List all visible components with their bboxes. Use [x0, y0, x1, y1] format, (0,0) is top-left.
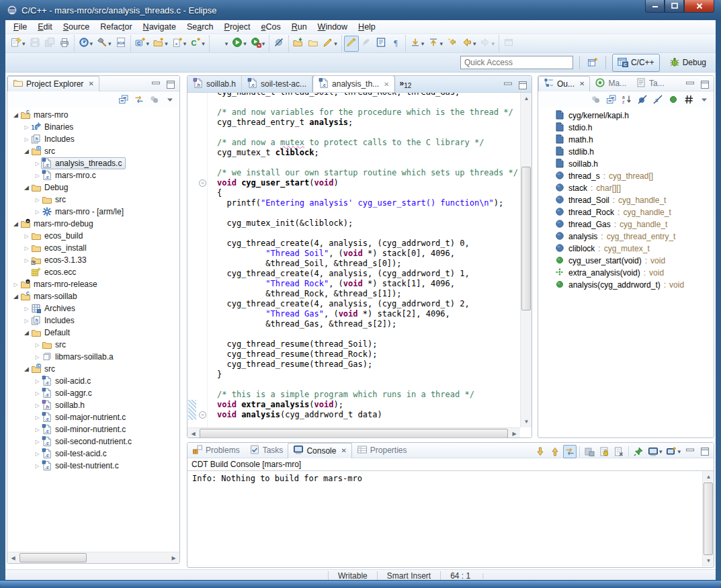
- dropdown-arrow-icon[interactable]: ▾: [243, 40, 247, 47]
- tree-expanded-icon[interactable]: ◢: [11, 112, 20, 118]
- maximize-view-icon[interactable]: [698, 445, 712, 458]
- menu-source[interactable]: Source: [58, 21, 95, 33]
- tree-item-src[interactable]: ◢Csrc: [7, 363, 179, 375]
- console-vscrollbar[interactable]: ▲ ▼: [702, 471, 714, 566]
- close-button[interactable]: [684, 0, 714, 13]
- build-button[interactable]: ▾: [95, 36, 114, 52]
- tree-item-libmars-soillab.a[interactable]: ▷libmars-soillab.a: [7, 351, 179, 363]
- dropdown-arrow-icon[interactable]: ▾: [165, 40, 168, 47]
- mark-occurrences-button[interactable]: [344, 36, 359, 52]
- console-link-button[interactable]: [563, 445, 577, 458]
- dropdown-arrow-icon[interactable]: ▾: [202, 40, 205, 47]
- menu-search[interactable]: Search: [181, 21, 219, 33]
- last-edit-location-button[interactable]: [445, 36, 460, 52]
- tree-collapsed-icon[interactable]: ▷: [33, 173, 42, 179]
- outline-item-cyg-kernel-kapi-h[interactable]: cyg/kernel/kapi.h: [538, 110, 714, 122]
- ecos-configtool-button[interactable]: ▾: [77, 36, 95, 52]
- menu-navigate[interactable]: Navigate: [138, 21, 181, 33]
- tree-item-mars-mro[interactable]: ◢Cmars-mro: [7, 109, 179, 121]
- console-open-button[interactable]: ▾: [665, 445, 682, 458]
- view-tab-console[interactable]: Console✕: [288, 443, 351, 458]
- save-all-button[interactable]: [42, 36, 57, 52]
- tree-collapsed-icon[interactable]: ▷: [33, 439, 42, 445]
- outline-item-thread-Gas[interactable]: thread_Gas:cyg_handle_t: [538, 218, 714, 230]
- console-pin-button[interactable]: [632, 445, 645, 458]
- tree-collapsed-icon[interactable]: ▷: [22, 306, 31, 312]
- tree-expanded-icon[interactable]: ◢: [22, 184, 31, 191]
- tree-item-soil-test-nutrient.c[interactable]: ▷.csoil-test-nutrient.c: [7, 460, 179, 472]
- console-previous-button[interactable]: [548, 445, 562, 458]
- dropdown-arrow-icon[interactable]: ▾: [183, 40, 187, 47]
- outline-item-thread-Soil[interactable]: thread_Soil:cyg_handle_t: [538, 194, 714, 206]
- tree-item-mars-mro-arm-le-[interactable]: ▷mars-mro - [arm/le]: [7, 206, 179, 218]
- close-icon[interactable]: ✕: [384, 81, 389, 88]
- minimize-button[interactable]: [645, 0, 665, 13]
- tree-collapsed-icon[interactable]: ▷: [22, 318, 31, 324]
- new-source-file-button[interactable]: c▾: [170, 36, 189, 52]
- tree-collapsed-icon[interactable]: ▷: [33, 427, 42, 433]
- dropdown-arrow-icon[interactable]: ▾: [421, 40, 425, 47]
- perspective-cc[interactable]: CC/C++: [612, 54, 660, 72]
- dropdown-arrow-icon[interactable]: ▾: [262, 40, 265, 47]
- view-menu-button[interactable]: [697, 93, 711, 106]
- macros-button[interactable]: [682, 93, 695, 106]
- dropdown-arrow-icon[interactable]: ▾: [659, 448, 663, 455]
- outline-item-soillab-h[interactable]: soillab.h: [538, 158, 714, 170]
- outline-item-thread-Rock[interactable]: thread_Rock:cyg_handle_t: [538, 206, 714, 218]
- tree-item-ecos.ecc[interactable]: ecos.ecc: [7, 266, 179, 278]
- console-save-button[interactable]: [583, 445, 596, 458]
- minimize-view-icon[interactable]: [149, 78, 163, 91]
- editor-tab-soillab-h[interactable]: .hsoillab.h: [187, 76, 242, 92]
- open-perspective-button[interactable]: [586, 56, 599, 69]
- tree-item-Archives[interactable]: ▷Archives: [7, 302, 179, 314]
- forward-button[interactable]: ▾: [478, 36, 497, 52]
- previous-annotation-button[interactable]: ▾: [426, 36, 445, 52]
- menu-file[interactable]: File: [8, 21, 32, 33]
- hide-fields-button[interactable]: [636, 93, 649, 106]
- editor-vscrollbar[interactable]: ▲ ▼: [520, 93, 532, 427]
- tree-item-soil-second-nutrient.c[interactable]: ▷.csoil-second-nutrient.c: [7, 435, 179, 448]
- tree-item-analysis-threads.c[interactable]: ▷.canalysis_threads.c: [7, 157, 179, 169]
- format-button[interactable]: [359, 36, 374, 52]
- dropdown-arrow-icon[interactable]: ▾: [146, 40, 150, 47]
- tree-expanded-icon[interactable]: ◢: [11, 220, 20, 227]
- tree-collapsed-icon[interactable]: ▷: [33, 354, 42, 360]
- skip-all-breakpoints-button[interactable]: [271, 36, 286, 52]
- code-editor[interactable]: −− cyg_handle_t thread_Soil, thread_Rock…: [187, 93, 532, 438]
- dropdown-arrow-icon[interactable]: ▾: [22, 40, 26, 47]
- maximize-view-icon[interactable]: [516, 79, 529, 92]
- view-tab-ou[interactable]: Ou...✕: [538, 76, 590, 91]
- external-tools-button[interactable]: ▾: [249, 36, 267, 52]
- console-scroll-lock-button[interactable]: [597, 445, 611, 458]
- dropdown-arrow-icon[interactable]: ▾: [473, 40, 476, 47]
- save-button[interactable]: [28, 36, 42, 52]
- tree-item-mars-mro-release[interactable]: ▷emars-mro-release: [7, 278, 179, 290]
- console-clear-button[interactable]: [612, 445, 626, 458]
- outline-item-analysis-cyg-addrword-t-[interactable]: analysis(cyg_addrword_t):void: [538, 279, 714, 291]
- tree-item-soil-test-acid.c[interactable]: ▷.csoil-test-acid.c: [7, 448, 179, 460]
- tree-collapsed-icon[interactable]: ▷: [33, 403, 42, 409]
- menu-project[interactable]: Project: [219, 21, 256, 33]
- tree-item-Default[interactable]: ◢Default: [7, 327, 179, 339]
- tree-item-src[interactable]: ▷src: [7, 339, 179, 351]
- tree-collapsed-icon[interactable]: ▷: [22, 233, 31, 239]
- collapse-all-button[interactable]: [117, 93, 130, 106]
- minimize-view-icon[interactable]: [683, 78, 697, 91]
- tree-collapsed-icon[interactable]: ▷: [33, 415, 42, 421]
- outline-item-extra-analysis-void-[interactable]: extra_analysis(void):void: [538, 267, 714, 279]
- tree-item-src[interactable]: ▷src: [7, 194, 179, 206]
- fold-collapse-icon[interactable]: −: [199, 179, 206, 187]
- outline-item-stack[interactable]: stack:char[][]: [538, 182, 714, 194]
- view-tab-ma[interactable]: Ma...: [590, 76, 631, 91]
- tree-collapsed-icon[interactable]: ▷: [22, 245, 31, 251]
- minimize-view-icon[interactable]: [501, 79, 515, 92]
- minimize-view-icon[interactable]: [683, 445, 697, 458]
- tree-item-ecos-install[interactable]: ▷ecos_install: [7, 242, 179, 254]
- outline-item-math-h[interactable]: math.h: [538, 134, 714, 146]
- outline-item-cyg-user-start-void-[interactable]: cyg_user_start(void):void: [538, 255, 714, 267]
- console-next-button[interactable]: [534, 445, 547, 458]
- editor-hscrollbar[interactable]: ◀ ▶: [187, 427, 520, 438]
- show-whitespace-button[interactable]: ¶: [388, 36, 403, 52]
- collapse-all-button[interactable]: [605, 93, 618, 106]
- tree-collapsed-icon[interactable]: ▷: [22, 257, 31, 263]
